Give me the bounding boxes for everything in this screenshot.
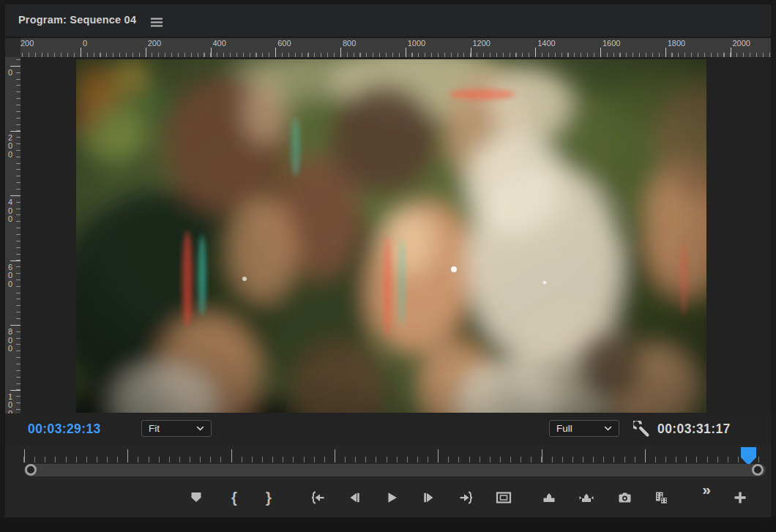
ruler-label: 1400: [537, 39, 555, 48]
ruler-major-tick: [146, 48, 146, 57]
mark-in-icon: {: [231, 490, 237, 505]
double-chevron-icon: »: [702, 481, 711, 498]
ruler-major-tick: [10, 131, 20, 132]
scrub-time-ruler[interactable]: [22, 448, 767, 462]
ruler-label: 800: [343, 39, 356, 48]
ruler-label: 200: [148, 39, 161, 48]
filmstrip-icon: [654, 490, 669, 506]
chevron-down-icon: [196, 426, 204, 431]
zoom-scrollbar[interactable]: [24, 464, 766, 476]
camera-icon: [617, 490, 633, 505]
button-editor-button[interactable]: [728, 485, 753, 510]
zoom-level-select[interactable]: Fit: [141, 420, 212, 437]
scrub-major-tick: [335, 449, 335, 462]
hamburger-menu-icon: [151, 18, 163, 27]
step-forward-button[interactable]: [417, 485, 441, 510]
extract-button[interactable]: [574, 485, 599, 510]
scrollbar-right-handle[interactable]: [752, 464, 764, 476]
extract-icon: [579, 490, 594, 505]
panel-menu-button[interactable]: [149, 15, 165, 29]
ruler-label: 2000: [733, 39, 750, 48]
ruler-major-tick: [81, 48, 81, 57]
ruler-major-tick: [10, 195, 20, 196]
ruler-corner: [5, 38, 20, 57]
ruler-major-tick: [275, 48, 276, 57]
ruler-label: 8 0 0: [8, 328, 12, 353]
marker-icon: [189, 490, 204, 505]
step-back-button[interactable]: [342, 485, 367, 510]
duration-timecode: 00:03:31:17: [657, 422, 731, 437]
playback-resolution-select[interactable]: Full: [549, 420, 619, 437]
lift-icon: [542, 490, 556, 505]
mark-in-button[interactable]: {: [222, 485, 247, 510]
go-to-in-point-button[interactable]: [305, 485, 329, 510]
chevron-down-icon: [604, 426, 612, 431]
scrollbar-left-handle[interactable]: [25, 464, 37, 476]
more-buttons-chevron[interactable]: »: [696, 479, 717, 500]
wrench-icon: [633, 421, 650, 438]
ruler-label: 0: [83, 39, 87, 48]
video-content-kaleidoscope-couple: [76, 59, 706, 413]
play-icon: [384, 490, 399, 505]
ruler-major-tick: [340, 48, 341, 57]
panel-header: Program: Sequence 04: [5, 4, 771, 37]
ruler-label: 6 0 0: [8, 263, 12, 289]
monitor-control-bar: 00:03:29:13 Fit Full 00:03:31:17: [5, 413, 771, 444]
zoom-level-value: Fit: [149, 423, 196, 434]
ruler-label: 1200: [473, 39, 490, 48]
ruler-label: 400: [213, 39, 226, 48]
scrub-major-tick: [231, 449, 232, 462]
panel-title: Program: Sequence 04: [18, 14, 136, 26]
ruler-label: 1800: [668, 39, 685, 48]
lift-button[interactable]: [537, 485, 562, 510]
ruler-label: 0: [8, 69, 12, 78]
step-back-icon: [347, 490, 362, 505]
ruler-major-tick: [665, 48, 666, 57]
scrub-major-tick: [645, 449, 646, 462]
ruler-major-tick: [10, 261, 20, 261]
scrub-major-tick: [127, 449, 128, 462]
ruler-major-tick: [10, 66, 20, 67]
ruler-major-tick: [10, 390, 20, 391]
ruler-label: 1 0 0 0: [8, 393, 12, 414]
scrub-ruler-ticks: [22, 457, 767, 462]
comparison-view-button[interactable]: [649, 485, 674, 510]
go-to-out-point-button[interactable]: [454, 485, 479, 510]
plus-icon: [733, 490, 747, 505]
ruler-label: 4 0 0: [8, 198, 12, 224]
ruler-label: -200: [20, 39, 34, 48]
ruler-major-tick: [471, 48, 471, 57]
scrub-major-tick: [24, 449, 25, 462]
ruler-major-tick: [406, 48, 406, 57]
go-to-in-icon: [310, 490, 325, 505]
vertical-ruler[interactable]: 02 0 04 0 06 0 08 0 01 0 0 0: [5, 57, 20, 413]
step-forward-icon: [422, 490, 436, 505]
ruler-major-tick: [535, 48, 536, 57]
current-timecode[interactable]: 00:03:29:13: [28, 422, 101, 437]
playback-resolution-value: Full: [556, 423, 604, 434]
play-button[interactable]: [379, 485, 404, 510]
go-to-out-icon: [459, 490, 474, 505]
ruler-major-tick: [10, 325, 20, 326]
ruler-major-tick: [731, 48, 731, 57]
safe-margins-icon: [496, 490, 512, 505]
scrub-major-tick: [438, 449, 439, 462]
window-bottom-gap: [0, 517, 776, 532]
ruler-label: 1600: [602, 39, 620, 48]
ruler-label: 600: [277, 39, 291, 48]
scrub-major-tick: [542, 449, 542, 462]
ruler-major-tick: [600, 48, 601, 57]
mark-out-icon: }: [266, 490, 272, 505]
ruler-label: 2 0 0: [8, 134, 12, 160]
mark-out-button[interactable]: }: [256, 485, 281, 510]
scrub-and-transport-panel: { }: [5, 444, 771, 517]
horizontal-ruler[interactable]: -200020040060080010001200140016001800200…: [20, 38, 771, 57]
ruler-label: 1000: [408, 39, 425, 48]
settings-button[interactable]: [632, 419, 651, 438]
safe-margins-button[interactable]: [491, 485, 516, 510]
export-frame-button[interactable]: [612, 485, 637, 510]
add-marker-button[interactable]: [184, 485, 209, 510]
video-preview[interactable]: [76, 59, 706, 413]
ruler-major-tick: [211, 48, 212, 57]
